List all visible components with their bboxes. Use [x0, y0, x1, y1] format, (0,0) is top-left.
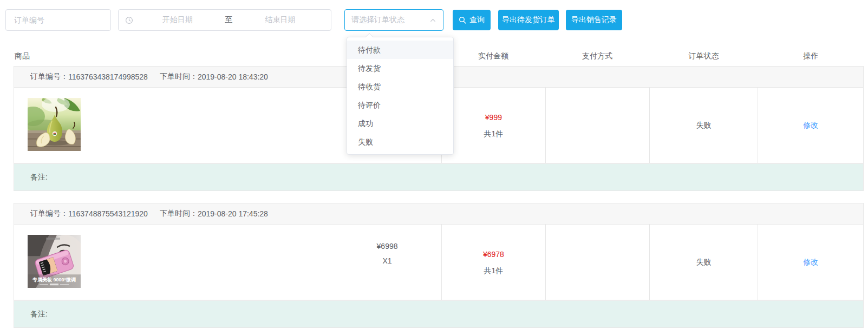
date-range-picker[interactable]: 开始日期 至 结束日期: [118, 9, 331, 31]
chevron-up-icon: [429, 17, 436, 24]
order-number-value: 1163763438174998528: [68, 73, 148, 81]
order-number-value: 1163748875543121920: [68, 209, 148, 218]
action-cell: 修改: [758, 88, 863, 163]
dropdown-arrow: [366, 33, 373, 41]
order-status-cell: 失败: [649, 88, 758, 163]
search-button-label: 查询: [469, 15, 485, 25]
status-option-failed[interactable]: 失败: [347, 133, 453, 151]
remark-label: 备注:: [30, 309, 48, 319]
order-status: 失败: [696, 258, 711, 267]
remark-row: 备注:: [14, 300, 863, 327]
remark-row: 备注:: [14, 163, 863, 190]
modify-link[interactable]: 修改: [803, 121, 818, 130]
product-brand-watermark: CASIO: [31, 237, 42, 241]
order-header-band: 订单编号：1163748875543121920 下单时间：2019-08-20…: [14, 203, 863, 225]
order-number-input[interactable]: [5, 9, 111, 31]
status-option-pending-payment[interactable]: 待付款: [347, 41, 453, 59]
paid-amount-cell: ¥999 共1件: [441, 88, 545, 163]
column-header-action: 操作: [758, 51, 864, 61]
order-time-value: 2019-08-20 17:45:28: [198, 209, 268, 218]
product-image-casio-camera: CASIO 专属美妆 9000°微调: [28, 235, 81, 288]
order-management-page: 开始日期 至 结束日期 请选择订单状态 查询 导出待发货订单 导出销售记录 商品…: [0, 0, 868, 336]
piece-count: 共1件: [484, 126, 504, 142]
order-time-label: 下单时间：: [160, 209, 198, 219]
order-time-label: 下单时间：: [160, 72, 198, 82]
order-status-select[interactable]: 请选择订单状态: [344, 9, 443, 31]
order-status-cell: 失败: [649, 225, 758, 300]
modify-link[interactable]: 修改: [803, 258, 818, 267]
unit-price: ¥6998: [357, 239, 417, 254]
status-option-success[interactable]: 成功: [347, 114, 453, 133]
product-cell: CASIO 专属美妆 9000°微调 ¥6998 X1: [14, 225, 441, 300]
order-block: 订单编号：1163748875543121920 下单时间：2019-08-20…: [14, 203, 864, 328]
end-date-placeholder: 结束日期: [236, 15, 325, 25]
action-cell: 修改: [758, 225, 863, 300]
column-header-order-status: 订单状态: [649, 51, 758, 61]
status-option-pending-review[interactable]: 待评价: [347, 96, 453, 114]
order-time-value: 2019-08-20 18:43:20: [198, 73, 268, 81]
piece-count: 共1件: [484, 262, 504, 279]
order-number-label: 订单编号：: [30, 209, 68, 219]
unit-price-quantity: ¥6998 X1: [357, 239, 417, 268]
paid-amount: ¥6978: [483, 246, 504, 262]
export-sales-records-label: 导出销售记录: [571, 15, 617, 25]
paid-amount: ¥999: [485, 109, 502, 126]
paid-amount-cell: ¥6978 共1件: [441, 225, 545, 300]
search-button[interactable]: 查询: [453, 10, 491, 30]
start-date-placeholder: 开始日期: [133, 15, 222, 25]
export-sales-records-button[interactable]: 导出销售记录: [566, 10, 622, 30]
export-pending-shipment-button[interactable]: 导出待发货订单: [498, 10, 559, 30]
order-body-row: CASIO 专属美妆 9000°微调 ¥6998 X1 ¥6978: [14, 225, 863, 300]
product-image-pear: [28, 98, 81, 151]
column-header-pay-method: 支付方式: [545, 51, 649, 61]
pay-method-cell: [545, 225, 649, 300]
clock-icon: [125, 16, 133, 24]
date-range-separator: 至: [222, 15, 236, 25]
order-status-placeholder: 请选择订单状态: [351, 15, 429, 25]
status-option-pending-receipt[interactable]: 待收货: [347, 77, 453, 96]
quantity: X1: [357, 254, 417, 268]
order-number-label: 订单编号：: [30, 72, 68, 82]
product-caption: 专属美妆 9000°微调: [32, 276, 76, 282]
order-status: 失败: [696, 121, 711, 130]
remark-label: 备注:: [30, 173, 48, 182]
export-pending-shipment-label: 导出待发货订单: [502, 15, 555, 25]
order-status-dropdown: 待付款 待发货 待收货 待评价 成功 失败: [347, 37, 454, 155]
column-header-paid-amount: 实付金额: [441, 51, 545, 61]
search-icon: [459, 16, 466, 24]
status-option-pending-shipment[interactable]: 待发货: [347, 59, 453, 77]
pay-method-cell: [545, 88, 649, 163]
